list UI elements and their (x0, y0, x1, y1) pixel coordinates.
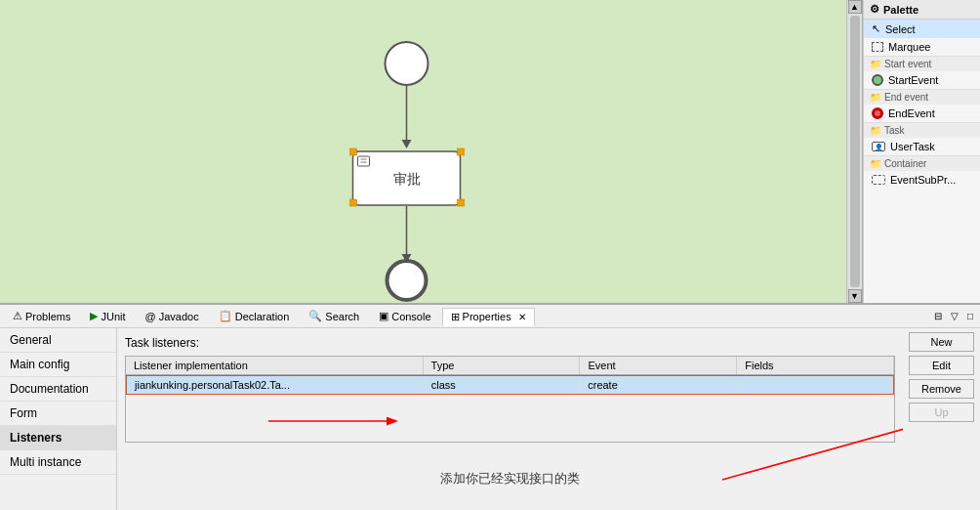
view-menu-icon[interactable]: ⊟ (931, 310, 945, 322)
col-header-event: Event (580, 357, 737, 374)
task-label: 审批 (393, 171, 421, 187)
cell-implementation: jiankunking.personalTask02.Ta... (127, 376, 424, 394)
cell-event: create (580, 376, 736, 394)
svg-rect-5 (458, 149, 465, 155)
tab-search[interactable]: 🔍 Search (300, 307, 368, 325)
cell-type: class (424, 376, 580, 394)
col-header-type: Type (424, 357, 581, 374)
search-icon: 🔍 (308, 310, 322, 322)
junit-icon: ▶ (90, 310, 98, 322)
bottom-content: General Main config Documentation Form L… (0, 328, 980, 510)
palette-item-event-sub[interactable]: EventSubPr... (864, 171, 980, 189)
user-task-icon: 👤 (872, 142, 885, 151)
palette-section-container: 📁 Container (864, 155, 980, 171)
svg-point-0 (386, 42, 429, 85)
sidebar-item-multi-instance[interactable]: Multi instance (0, 450, 116, 475)
sidebar-item-main-config[interactable]: Main config (0, 353, 116, 377)
bottom-section: ⚠ Problems ▶ JUnit @ Javadoc 📋 Declarati… (0, 303, 980, 510)
event-sub-icon (872, 175, 885, 185)
folder-start-icon: 📁 (870, 59, 881, 69)
palette-item-start-event[interactable]: StartEvent (864, 71, 980, 89)
tab-console[interactable]: ▣ Console (370, 307, 439, 325)
cell-fields (737, 382, 893, 388)
main-container: 审批 ▲ ▼ ⚙ Palette ↖ Sel (0, 0, 980, 510)
diagram-svg: 审批 (0, 0, 862, 303)
tab-declaration[interactable]: 📋 Declaration (210, 307, 299, 325)
palette-item-marquee[interactable]: Marquee (864, 38, 980, 56)
tab-actions: ⊟ ▽ □ (931, 310, 976, 322)
new-button[interactable]: New (909, 332, 974, 352)
table-empty-row-2 (126, 418, 894, 442)
action-buttons-panel: New Edit Remove Up (903, 328, 980, 510)
tab-javadoc[interactable]: @ Javadoc (137, 308, 208, 325)
remove-button[interactable]: Remove (909, 379, 974, 399)
sidebar-item-listeners[interactable]: Listeners (0, 426, 116, 450)
marquee-icon (872, 42, 883, 52)
start-event-icon (872, 74, 883, 86)
sidebar-item-general[interactable]: General (0, 328, 116, 353)
folder-container-icon: 📁 (870, 158, 881, 169)
palette-section-start: 📁 Start event (864, 56, 980, 71)
end-event-icon (872, 107, 883, 119)
properties-icon: ⊞ (451, 311, 460, 323)
svg-point-13 (388, 261, 427, 300)
javadoc-icon: @ (145, 311, 156, 322)
tab-bar: ⚠ Problems ▶ JUnit @ Javadoc 📋 Declarati… (0, 305, 980, 328)
palette-section-task: 📁 Task (864, 122, 980, 138)
problems-icon: ⚠ (13, 310, 22, 322)
minimize-icon[interactable]: ▽ (948, 310, 961, 322)
declaration-icon: 📋 (219, 310, 232, 322)
palette-section-end: 📁 End event (864, 89, 980, 105)
col-header-implementation: Listener implementation (126, 357, 424, 374)
top-section: 审批 ▲ ▼ ⚙ Palette ↖ Sel (0, 0, 980, 303)
sidebar-item-documentation[interactable]: Documentation (0, 377, 116, 402)
edit-button[interactable]: Edit (909, 356, 974, 375)
table-header: Listener implementation Type Event Field… (126, 357, 894, 375)
canvas-area[interactable]: 审批 ▲ ▼ (0, 0, 863, 303)
svg-rect-8 (358, 156, 370, 166)
table-empty-row (126, 395, 894, 418)
annotation-area: 添加你已经实现接口的类 (125, 448, 895, 488)
tab-junit[interactable]: ▶ JUnit (81, 307, 134, 325)
tab-close-icon[interactable]: ✕ (518, 312, 526, 322)
svg-rect-6 (350, 199, 357, 206)
folder-end-icon: 📁 (870, 92, 881, 103)
scroll-up-arrow[interactable]: ▲ (848, 0, 862, 14)
palette-item-select[interactable]: ↖ Select (864, 20, 980, 38)
tab-properties[interactable]: ⊞ Properties ✕ (442, 308, 535, 326)
table-row[interactable]: jiankunking.personalTask02.Ta... class c… (126, 375, 894, 395)
listeners-table: Listener implementation Type Event Field… (125, 356, 895, 443)
tab-problems[interactable]: ⚠ Problems (4, 307, 79, 325)
palette-item-end-event[interactable]: EndEvent (864, 105, 980, 122)
svg-marker-2 (402, 140, 412, 149)
console-icon: ▣ (379, 310, 388, 322)
maximize-icon[interactable]: □ (964, 310, 976, 322)
scroll-down-arrow[interactable]: ▼ (848, 289, 862, 303)
col-header-fields: Fields (737, 357, 894, 374)
sidebar-item-form[interactable]: Form (0, 402, 116, 426)
svg-rect-4 (350, 149, 357, 155)
palette-item-user-task[interactable]: 👤 UserTask (864, 138, 980, 155)
properties-sidebar: General Main config Documentation Form L… (0, 328, 117, 510)
svg-rect-7 (458, 199, 465, 206)
properties-main-content: Task listeners: Listener implementation … (117, 328, 903, 510)
palette-gear-icon: ⚙ (870, 3, 879, 16)
folder-task-icon: 📁 (870, 125, 881, 136)
palette-panel: ⚙ Palette ↖ Select Marquee 📁 Start event… (863, 0, 980, 303)
annotation-text: 添加你已经实现接口的类 (440, 470, 580, 488)
section-title: Task listeners: (125, 336, 895, 350)
select-cursor-icon: ↖ (872, 22, 880, 35)
up-button[interactable]: Up (909, 403, 974, 422)
canvas-scrollbar-v[interactable]: ▲ ▼ (846, 0, 862, 303)
palette-title: ⚙ Palette (864, 0, 980, 20)
scroll-thumb[interactable] (850, 16, 860, 287)
